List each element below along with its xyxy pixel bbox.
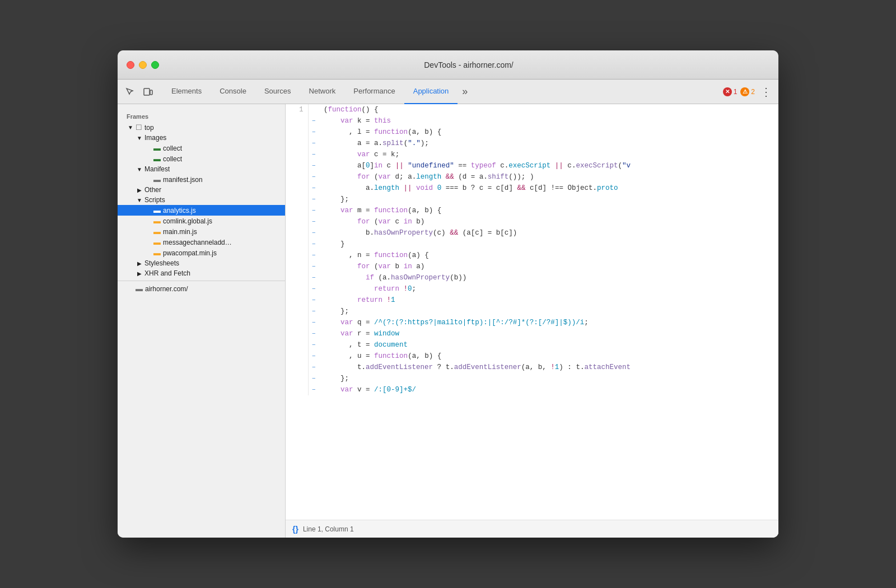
code-line: − return !1 (286, 295, 778, 306)
chevron-down-icon: ▼ (127, 124, 134, 132)
device-toolbar-button[interactable] (140, 84, 156, 100)
code-line: − for (var d; a.length && (d = a.shift()… (286, 171, 778, 183)
traffic-lights (127, 61, 159, 69)
code-line: 1 (function() { (286, 104, 778, 115)
code-line: − for (var b in a) (286, 261, 778, 272)
main-content: Frames ▼ ☐ top ▼ Images ▬ collect ▬ (118, 104, 778, 538)
titlebar: DevTools - airhorner.com/ (118, 50, 778, 80)
tab-network[interactable]: Network (300, 80, 345, 104)
svg-rect-0 (144, 88, 150, 95)
code-line: − return !0; (286, 283, 778, 295)
code-table: 1 (function() { − var k = this − (286, 104, 778, 395)
window-title: DevTools - airhorner.com/ (168, 60, 769, 69)
chevron-down-icon: ▼ (136, 134, 143, 142)
sidebar-item-other[interactable]: ▶ Other (118, 185, 285, 195)
code-footer: {} Line 1, Column 1 (286, 520, 778, 538)
sidebar: Frames ▼ ☐ top ▼ Images ▬ collect ▬ (118, 104, 286, 538)
frames-label: Frames (118, 109, 285, 122)
minimize-button[interactable] (139, 61, 147, 69)
tab-elements[interactable]: Elements (162, 80, 211, 104)
file-icon: ▬ (153, 144, 161, 152)
sidebar-item-airhorner[interactable]: ▬ airhorner.com/ (118, 283, 285, 294)
sidebar-item-stylesheets[interactable]: ▶ Stylesheets (118, 258, 285, 268)
domain-icon: ▬ (136, 284, 143, 293)
code-line: − a.length || void 0 === b ? c = c[d] &&… (286, 183, 778, 194)
tab-bar: Elements Console Sources Network Perform… (162, 80, 718, 104)
devtools-window: DevTools - airhorner.com/ Elements Conso… (118, 50, 778, 538)
cursor-position: Line 1, Column 1 (303, 525, 354, 533)
sidebar-item-manifestjson[interactable]: ▬ manifest.json (118, 174, 285, 185)
file-icon: ▬ (153, 238, 161, 246)
file-icon: ▬ (153, 175, 161, 184)
code-line: − t.addEventListener ? t.addEventListene… (286, 362, 778, 373)
code-line: − }; (286, 306, 778, 317)
sidebar-bottom: ▬ airhorner.com/ (118, 281, 285, 296)
code-line: − , t = document (286, 339, 778, 351)
code-line: − a = a.split("."); (286, 138, 778, 149)
code-line: − var q = /^(?:(?:https?|mailto|ftp):|[^… (286, 317, 778, 328)
code-line: − a[0]in c || "undefined" == typeof c.ex… (286, 160, 778, 171)
sidebar-item-mainminjs[interactable]: ▬ main.min.js (118, 226, 285, 237)
code-line: − var m = function(a, b) { (286, 205, 778, 216)
file-icon: ▬ (153, 155, 161, 163)
sidebar-item-pwacompat[interactable]: ▬ pwacompat.min.js (118, 248, 285, 258)
format-icon[interactable]: {} (292, 525, 298, 534)
code-line: − , u = function(a, b) { (286, 351, 778, 362)
chevron-right-icon: ▶ (136, 259, 143, 267)
file-icon: ▬ (153, 249, 161, 257)
sidebar-item-images[interactable]: ▼ Images (118, 133, 285, 143)
tab-sources[interactable]: Sources (255, 80, 300, 104)
toolbar-right: ✕ 1 ⚠ 2 ⋮ (723, 85, 774, 99)
chevron-down-icon: ▼ (136, 196, 143, 204)
code-editor[interactable]: 1 (function() { − var k = this − (286, 104, 778, 520)
code-panel: 1 (function() { − var k = this − (286, 104, 778, 538)
code-line: − var r = window (286, 328, 778, 339)
sidebar-item-xhrandfetch[interactable]: ▶ XHR and Fetch (118, 268, 285, 278)
tab-performance[interactable]: Performance (344, 80, 404, 104)
code-line: − } (286, 239, 778, 250)
error-icon: ✕ (723, 87, 732, 96)
sidebar-item-scripts[interactable]: ▼ Scripts (118, 195, 285, 205)
tab-console[interactable]: Console (211, 80, 255, 104)
code-line: − var k = this (286, 115, 778, 127)
menu-button[interactable]: ⋮ (758, 85, 774, 99)
code-line: − }; (286, 373, 778, 384)
sidebar-item-analyticsjs[interactable]: ▬ analytics.js (118, 205, 285, 216)
tab-application[interactable]: Application (404, 80, 458, 104)
inspect-element-button[interactable] (122, 84, 138, 100)
code-line: − , l = function(a, b) { (286, 127, 778, 138)
sidebar-item-manifest[interactable]: ▼ Manifest (118, 164, 285, 174)
maximize-button[interactable] (151, 61, 159, 69)
chevron-right-icon: ▶ (136, 186, 143, 194)
code-line: − }; (286, 194, 778, 205)
toolbar-icons (122, 84, 156, 100)
sidebar-item-top[interactable]: ▼ ☐ top (118, 122, 285, 133)
file-icon: ▬ (153, 227, 161, 236)
sidebar-item-collect2[interactable]: ▬ collect (118, 153, 285, 164)
code-line: − if (a.hasOwnProperty(b)) (286, 272, 778, 283)
sidebar-item-collect1[interactable]: ▬ collect (118, 143, 285, 153)
chevron-down-icon: ▼ (136, 165, 143, 173)
code-line: − , n = function(a) { (286, 250, 778, 261)
file-icon: ▬ (153, 206, 161, 214)
code-line: − for (var c in b) (286, 216, 778, 227)
warning-badge[interactable]: ⚠ 2 (740, 87, 755, 96)
code-line: − b.hasOwnProperty(c) && (a[c] = b[c]) (286, 227, 778, 239)
code-line: − var v = /:[0-9]+$/ (286, 384, 778, 395)
toolbar: Elements Console Sources Network Perform… (118, 80, 778, 104)
file-icon: ▬ (153, 217, 161, 225)
close-button[interactable] (127, 61, 134, 69)
sidebar-item-comlinkglobal[interactable]: ▬ comlink.global.js (118, 216, 285, 226)
code-line: − var c = k; (286, 149, 778, 160)
error-badge[interactable]: ✕ 1 (723, 87, 738, 96)
svg-rect-1 (150, 90, 152, 95)
warning-icon: ⚠ (740, 87, 749, 96)
sidebar-item-messagechannel[interactable]: ▬ messagechanneladd… (118, 237, 285, 248)
more-tabs-button[interactable]: » (458, 80, 472, 104)
page-icon: ☐ (136, 123, 142, 132)
chevron-right-icon: ▶ (136, 269, 143, 277)
